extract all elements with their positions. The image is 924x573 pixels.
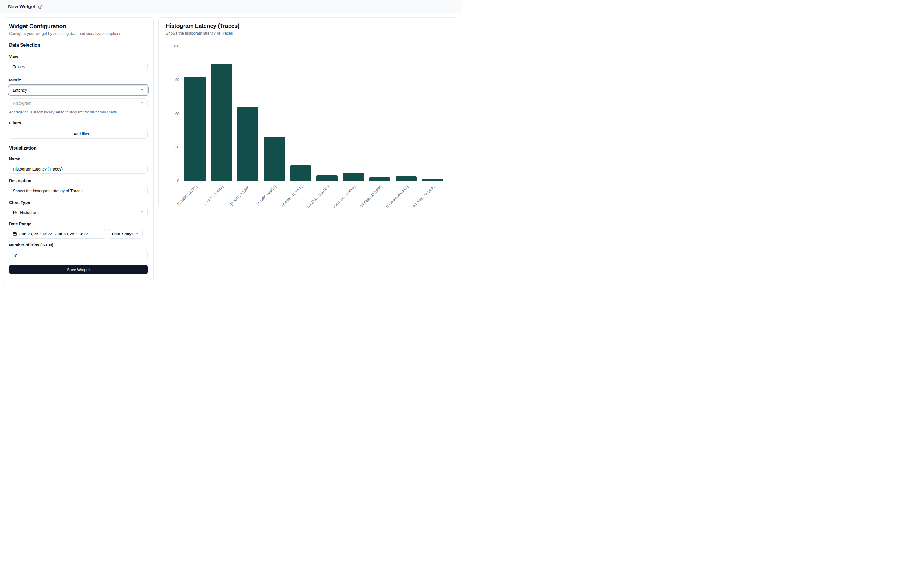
histogram-bar — [316, 175, 338, 181]
histogram-bar — [185, 77, 206, 181]
histogram-bar — [290, 165, 311, 181]
page-header: New Widget — [0, 0, 462, 13]
aggregation-select-value: Histogram — [13, 101, 31, 106]
chart-type-select[interactable]: Histogram — [9, 208, 147, 217]
date-range-value: Jun 23, 25 : 13:22 - Jun 30, 25 : 13:22 — [19, 232, 88, 236]
histogram-chart-icon — [13, 210, 17, 215]
name-input[interactable] — [9, 164, 147, 174]
metric-label: Metric — [9, 78, 147, 82]
chevron-down-icon — [140, 210, 144, 215]
histogram-bar — [369, 177, 390, 181]
date-preset-value: Past 7 days — [112, 232, 133, 236]
histogram-bar — [211, 64, 232, 181]
name-label: Name — [9, 157, 147, 161]
y-axis-tick: 60 — [166, 112, 179, 116]
y-axis-tick: 120 — [166, 44, 179, 48]
config-subtitle: Configure your widget by selecting data … — [9, 31, 147, 36]
x-axis-label: [2.807K, 4.804K] — [203, 185, 224, 206]
metric-select[interactable]: Latency — [9, 85, 147, 95]
data-selection-heading: Data Selection — [9, 42, 147, 48]
histogram-bar — [264, 137, 285, 181]
date-preset-button[interactable]: Past 7 days — [108, 229, 143, 239]
preview-subtitle: Shows the histogram latency of Traces — [166, 31, 452, 35]
x-axis-label: [11.378K, 13.079K] — [306, 185, 330, 208]
histogram-bar — [396, 176, 417, 181]
info-icon[interactable] — [38, 4, 42, 9]
y-axis-tick: 0 — [166, 179, 179, 183]
view-select[interactable]: Traces — [9, 62, 147, 71]
description-input[interactable] — [9, 186, 147, 196]
config-title: Widget Configuration — [9, 23, 147, 30]
bins-label: Number of Bins (1-100) — [9, 243, 147, 247]
page-title: New Widget — [8, 4, 35, 9]
add-filter-button[interactable]: Add filter — [9, 129, 147, 139]
preview-title: Histogram Latency (Traces) — [166, 23, 452, 29]
histogram-bar — [343, 173, 364, 181]
histogram-chart: 0306090120 [1.162K, 2.807K][2.807K, 4.80… — [166, 46, 453, 208]
plus-icon — [67, 132, 71, 136]
x-axis-label: [14.626K, 17.366K] — [359, 185, 383, 209]
calendar-icon — [13, 232, 17, 236]
aggregation-select: Histogram — [9, 98, 147, 108]
x-axis-label: [4.804K, 7.199K] — [229, 185, 251, 206]
date-range-label: Date Range — [9, 222, 147, 226]
chevron-down-icon — [135, 232, 139, 236]
chevron-down-icon — [140, 88, 144, 92]
widget-configuration-panel: Widget Configuration Configure your widg… — [3, 17, 154, 283]
widget-preview-panel: Histogram Latency (Traces) Shows the his… — [158, 17, 459, 208]
x-axis-label: [9.433K, 11.378K] — [281, 185, 303, 207]
chevron-down-icon — [140, 64, 144, 69]
y-axis-tick: 90 — [166, 78, 179, 82]
bins-input[interactable] — [9, 251, 147, 260]
x-axis-label: [7.199K, 9.433K] — [256, 185, 277, 206]
add-filter-label: Add filter — [74, 132, 89, 136]
chart-type-select-value: Histogram — [20, 210, 39, 215]
chevron-down-icon — [140, 101, 144, 106]
chart-type-label: Chart Type — [9, 200, 147, 205]
x-axis-label: [13.079K, 14.626K] — [332, 185, 356, 209]
aggregation-helper-text: Aggregation is automatically set to "his… — [9, 110, 147, 114]
metric-select-value: Latency — [13, 88, 27, 92]
y-axis-tick: 30 — [166, 145, 179, 149]
histogram-bar — [422, 178, 443, 181]
histogram-bar — [237, 107, 258, 181]
view-select-value: Traces — [13, 64, 25, 69]
filters-label: Filters — [9, 121, 147, 125]
date-range-button[interactable]: Jun 23, 25 : 13:22 - Jun 30, 25 : 13:22 — [9, 229, 106, 239]
bars-area — [185, 46, 443, 181]
visualization-heading: Visualization — [9, 146, 147, 151]
view-label: View — [9, 54, 147, 59]
new-widget-page: New Widget Widget Configuration Configur… — [0, 0, 462, 286]
save-widget-button[interactable]: Save Widget — [9, 265, 147, 274]
description-label: Description — [9, 178, 147, 183]
date-range-row: Jun 23, 25 : 13:22 - Jun 30, 25 : 13:22 … — [9, 229, 147, 239]
x-axis-label: [17.366K, 20.756K] — [385, 185, 409, 209]
x-axis-label: [1.162K, 2.807K] — [177, 185, 198, 206]
x-axis-label: [20.756K, 22.148K] — [412, 185, 435, 209]
